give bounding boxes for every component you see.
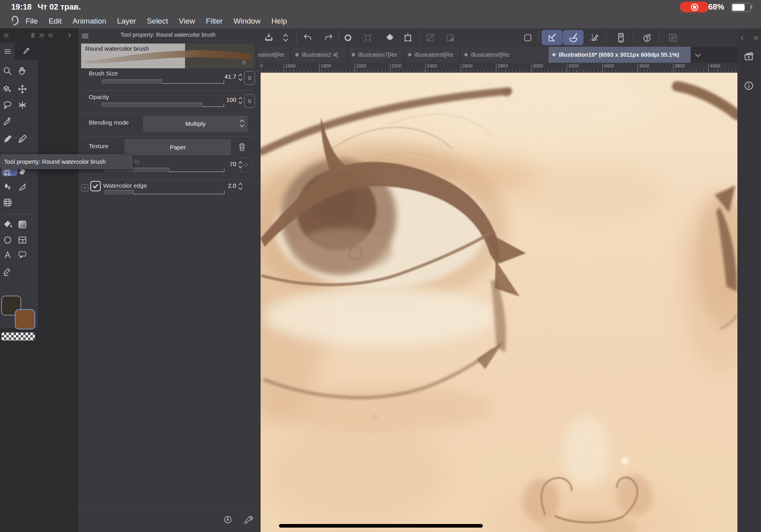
history-timer-icon[interactable] — [222, 514, 233, 525]
stepper-icon — [239, 118, 245, 129]
selection-triangle-icon[interactable] — [445, 32, 456, 43]
trash-icon[interactable] — [237, 142, 247, 153]
menu-item-help[interactable]: Help — [271, 17, 287, 26]
document-tab[interactable]: Illustration7[Re — [348, 47, 403, 63]
expand-all-button[interactable] — [244, 94, 255, 108]
tool-move[interactable] — [17, 83, 28, 95]
tool-object[interactable] — [2, 83, 13, 95]
screen-recording-button[interactable] — [680, 2, 709, 12]
subtool-item-selected[interactable]: Round watercolor brush — [81, 44, 255, 68]
chevron-left-icon[interactable] — [739, 35, 745, 41]
tool-blend[interactable] — [2, 181, 13, 193]
save-icon[interactable] — [263, 32, 274, 43]
tool-wand[interactable] — [17, 99, 28, 111]
tool-balloon[interactable] — [17, 249, 28, 260]
tool-bucket[interactable] — [2, 219, 13, 230]
ruler-major-tick — [673, 64, 673, 72]
tab-dot — [352, 53, 355, 56]
document-tab[interactable]: ration6[Re — [258, 47, 291, 63]
bucket-icon — [2, 219, 13, 230]
document-tab[interactable]: Illustration9[Re — [404, 47, 460, 63]
resize-icon[interactable] — [667, 32, 678, 43]
ruler-major-tick — [461, 64, 461, 72]
canvas-artwork[interactable] — [261, 73, 737, 532]
tool-zoom[interactable] — [2, 66, 13, 77]
gradient-icon — [17, 219, 28, 230]
help-icon[interactable] — [641, 32, 652, 43]
transform-icon[interactable] — [402, 32, 413, 43]
chevrons-right-icon[interactable] — [753, 35, 759, 41]
tool-pen[interactable] — [2, 133, 13, 145]
menu-item-view[interactable]: View — [179, 17, 195, 26]
tool-gradient[interactable] — [17, 219, 28, 230]
info-icon[interactable] — [743, 80, 754, 91]
watercolor-edge-label: Watercolor edge — [103, 182, 147, 189]
tool-decoration[interactable] — [17, 181, 28, 193]
undo-icon[interactable] — [302, 32, 313, 43]
document-tab[interactable]: Illustration2 4[ — [291, 47, 347, 63]
menu-item-select[interactable]: Select — [147, 17, 168, 26]
no-texture-button[interactable] — [240, 157, 252, 172]
expand-all-button[interactable] — [244, 71, 255, 85]
expand-row-button[interactable] — [81, 184, 88, 191]
wrench-icon[interactable] — [242, 514, 253, 525]
snap-to-ruler-button-active[interactable] — [542, 30, 562, 45]
divider — [3, 214, 35, 214]
updown-icon[interactable] — [280, 32, 291, 43]
redo-icon[interactable] — [323, 32, 334, 43]
snap-to-curve-button-active[interactable] — [563, 30, 584, 45]
blending-mode-dropdown[interactable]: Multiply — [143, 115, 248, 132]
menu-item-animation[interactable]: Animation — [72, 17, 106, 26]
pen-guides-icon[interactable] — [589, 32, 600, 43]
ruler-label: 0 — [260, 64, 263, 68]
tab-list-chevron-icon[interactable] — [693, 51, 702, 60]
frame-icon — [17, 235, 28, 245]
ruler-label: 2000 — [356, 64, 367, 68]
tool-frame[interactable] — [17, 234, 28, 246]
watercolor-edge-value[interactable]: 2.0 — [211, 182, 236, 189]
stepper-icon[interactable] — [238, 96, 243, 105]
tool-hand[interactable] — [17, 66, 28, 77]
deselect-icon[interactable] — [363, 32, 373, 43]
ruler-label: 1600 — [285, 64, 296, 68]
clip-studio-logo-icon[interactable] — [10, 15, 22, 27]
menu-item-file[interactable]: File — [26, 17, 38, 26]
timeline-clapper-icon[interactable] — [743, 51, 754, 62]
transparent-color-swatch[interactable] — [1, 332, 35, 341]
tool-shape[interactable] — [2, 234, 13, 246]
menu-item-window[interactable]: Window — [233, 17, 261, 26]
tool-eyedropper[interactable] — [2, 116, 13, 127]
tool-lasso[interactable] — [2, 99, 13, 111]
spinner-icon[interactable] — [343, 32, 353, 43]
menu-item-edit[interactable]: Edit — [49, 17, 62, 26]
tool-liquify[interactable] — [2, 197, 13, 208]
menu-item-filter[interactable]: Filter — [206, 17, 223, 26]
stepper-icon[interactable] — [238, 182, 243, 191]
document-tab-active[interactable]: Illustration10* (6593 x 3011px 600dpi 55… — [548, 47, 691, 63]
home-indicator[interactable] — [279, 524, 483, 528]
tool-pen-outline[interactable] — [17, 133, 28, 145]
selection-rounded-icon[interactable] — [522, 32, 533, 43]
document-tab[interactable]: Illustration8[Re — [460, 47, 548, 63]
menu-item-layer[interactable]: Layer — [117, 17, 136, 26]
tab-draw-tools[interactable] — [14, 42, 38, 60]
ruler-label: 3600 — [639, 64, 649, 68]
sub-color-swatch[interactable] — [15, 309, 35, 330]
stepper-icon[interactable] — [238, 73, 243, 82]
blending-mode-label: Blending mode — [89, 119, 129, 126]
keypad-icon[interactable] — [616, 32, 626, 43]
fill-icon[interactable] — [384, 32, 395, 43]
density-value[interactable]: 70 — [211, 161, 236, 167]
texture-button[interactable]: Paper — [125, 139, 231, 155]
opacity-slider[interactable] — [102, 102, 224, 107]
tool-palette — [0, 42, 38, 328]
watercolor-edge-slider[interactable] — [105, 190, 225, 195]
selection-slash-icon[interactable] — [425, 32, 436, 43]
brush-size-slider[interactable] — [102, 79, 224, 84]
tool-correction[interactable] — [2, 266, 13, 277]
chevrons-left-icon[interactable] — [3, 32, 10, 39]
watercolor-edge-checkbox[interactable] — [90, 181, 101, 191]
tool-text[interactable] — [2, 249, 13, 260]
palette-menu-icon[interactable] — [3, 47, 12, 56]
grip-icon[interactable] — [30, 32, 36, 39]
